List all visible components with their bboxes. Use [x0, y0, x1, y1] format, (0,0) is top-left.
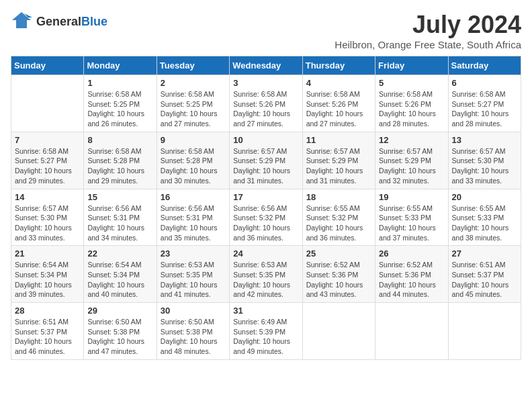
calendar-cell: 21Sunrise: 6:54 AMSunset: 5:34 PMDayligh…	[11, 246, 84, 303]
day-number: 6	[452, 78, 517, 88]
calendar-cell: 20Sunrise: 6:55 AMSunset: 5:33 PMDayligh…	[448, 189, 521, 246]
day-info: Sunrise: 6:53 AMSunset: 5:35 PMDaylight:…	[161, 260, 226, 300]
calendar-cell: 23Sunrise: 6:53 AMSunset: 5:35 PMDayligh…	[157, 246, 229, 303]
day-number: 13	[452, 135, 517, 145]
day-info: Sunrise: 6:49 AMSunset: 5:39 PMDaylight:…	[233, 317, 298, 357]
col-friday: Friday	[375, 56, 448, 75]
month-year-title: July 2024	[335, 11, 521, 39]
day-info: Sunrise: 6:58 AMSunset: 5:26 PMDaylight:…	[306, 89, 371, 129]
calendar-cell: 14Sunrise: 6:57 AMSunset: 5:30 PMDayligh…	[11, 189, 84, 246]
svg-marker-0	[12, 12, 31, 28]
page-header: GeneralBlue July 2024 Heilbron, Orange F…	[11, 11, 521, 50]
calendar-cell: 9Sunrise: 6:58 AMSunset: 5:28 PMDaylight…	[157, 132, 229, 189]
day-info: Sunrise: 6:57 AMSunset: 5:29 PMDaylight:…	[379, 146, 444, 186]
location-subtitle: Heilbron, Orange Free State, South Afric…	[335, 39, 521, 50]
calendar-week-row: 1Sunrise: 6:58 AMSunset: 5:25 PMDaylight…	[11, 75, 521, 132]
calendar-cell: 3Sunrise: 6:58 AMSunset: 5:26 PMDaylight…	[230, 75, 302, 132]
day-info: Sunrise: 6:58 AMSunset: 5:27 PMDaylight:…	[452, 89, 517, 129]
day-info: Sunrise: 6:54 AMSunset: 5:34 PMDaylight:…	[87, 260, 152, 300]
col-monday: Monday	[84, 56, 157, 75]
calendar-week-row: 21Sunrise: 6:54 AMSunset: 5:34 PMDayligh…	[11, 246, 521, 303]
day-info: Sunrise: 6:57 AMSunset: 5:29 PMDaylight:…	[233, 146, 298, 186]
calendar-cell: 18Sunrise: 6:55 AMSunset: 5:32 PMDayligh…	[302, 189, 375, 246]
calendar-week-row: 14Sunrise: 6:57 AMSunset: 5:30 PMDayligh…	[11, 189, 521, 246]
calendar-cell: 2Sunrise: 6:58 AMSunset: 5:25 PMDaylight…	[157, 75, 229, 132]
day-number: 4	[306, 78, 371, 88]
day-number: 2	[161, 78, 226, 88]
calendar-header-row: Sunday Monday Tuesday Wednesday Thursday…	[11, 56, 521, 75]
day-number: 17	[233, 192, 298, 202]
day-info: Sunrise: 6:58 AMSunset: 5:26 PMDaylight:…	[233, 89, 298, 129]
calendar-cell: 12Sunrise: 6:57 AMSunset: 5:29 PMDayligh…	[375, 132, 448, 189]
logo-blue: Blue	[81, 15, 107, 28]
calendar-week-row: 28Sunrise: 6:51 AMSunset: 5:37 PMDayligh…	[11, 303, 521, 360]
calendar-cell	[302, 303, 375, 360]
calendar-cell	[11, 75, 84, 132]
calendar-cell: 27Sunrise: 6:51 AMSunset: 5:37 PMDayligh…	[448, 246, 521, 303]
day-number: 26	[379, 248, 444, 259]
day-info: Sunrise: 6:55 AMSunset: 5:32 PMDaylight:…	[306, 203, 371, 243]
day-number: 7	[15, 135, 80, 145]
day-info: Sunrise: 6:58 AMSunset: 5:28 PMDaylight:…	[161, 146, 226, 186]
day-info: Sunrise: 6:51 AMSunset: 5:37 PMDaylight:…	[15, 317, 80, 357]
day-info: Sunrise: 6:50 AMSunset: 5:38 PMDaylight:…	[87, 317, 152, 357]
day-number: 18	[306, 192, 371, 202]
calendar-cell: 25Sunrise: 6:52 AMSunset: 5:36 PMDayligh…	[302, 246, 375, 303]
calendar-cell: 4Sunrise: 6:58 AMSunset: 5:26 PMDaylight…	[302, 75, 375, 132]
day-number: 12	[379, 135, 444, 145]
day-number: 5	[379, 78, 444, 88]
calendar-cell	[448, 303, 521, 360]
day-number: 25	[306, 248, 371, 259]
day-number: 29	[87, 306, 152, 316]
day-info: Sunrise: 6:50 AMSunset: 5:38 PMDaylight:…	[161, 317, 226, 357]
day-number: 28	[15, 306, 80, 316]
title-area: July 2024 Heilbron, Orange Free State, S…	[335, 11, 521, 50]
day-number: 14	[15, 192, 80, 202]
col-thursday: Thursday	[302, 56, 375, 75]
day-number: 20	[452, 192, 517, 202]
day-number: 11	[306, 135, 371, 145]
calendar-cell: 10Sunrise: 6:57 AMSunset: 5:29 PMDayligh…	[230, 132, 302, 189]
col-wednesday: Wednesday	[230, 56, 302, 75]
calendar-cell: 26Sunrise: 6:52 AMSunset: 5:36 PMDayligh…	[375, 246, 448, 303]
day-info: Sunrise: 6:55 AMSunset: 5:33 PMDaylight:…	[452, 203, 517, 243]
day-info: Sunrise: 6:55 AMSunset: 5:33 PMDaylight:…	[379, 203, 444, 243]
day-info: Sunrise: 6:57 AMSunset: 5:30 PMDaylight:…	[15, 203, 80, 243]
day-info: Sunrise: 6:54 AMSunset: 5:34 PMDaylight:…	[15, 260, 80, 300]
day-number: 30	[161, 306, 226, 316]
calendar-cell: 22Sunrise: 6:54 AMSunset: 5:34 PMDayligh…	[84, 246, 157, 303]
day-info: Sunrise: 6:58 AMSunset: 5:26 PMDaylight:…	[379, 89, 444, 129]
calendar-cell: 15Sunrise: 6:56 AMSunset: 5:31 PMDayligh…	[84, 189, 157, 246]
day-number: 16	[161, 192, 226, 202]
day-number: 8	[87, 135, 152, 145]
calendar-cell: 28Sunrise: 6:51 AMSunset: 5:37 PMDayligh…	[11, 303, 84, 360]
day-number: 31	[233, 306, 298, 316]
day-info: Sunrise: 6:56 AMSunset: 5:31 PMDaylight:…	[161, 203, 226, 243]
logo-general: General	[36, 15, 81, 28]
calendar-week-row: 7Sunrise: 6:58 AMSunset: 5:27 PMDaylight…	[11, 132, 521, 189]
calendar-cell: 11Sunrise: 6:57 AMSunset: 5:29 PMDayligh…	[302, 132, 375, 189]
day-info: Sunrise: 6:58 AMSunset: 5:27 PMDaylight:…	[15, 146, 80, 186]
day-info: Sunrise: 6:58 AMSunset: 5:28 PMDaylight:…	[87, 146, 152, 186]
day-number: 9	[161, 135, 226, 145]
calendar-cell: 24Sunrise: 6:53 AMSunset: 5:35 PMDayligh…	[230, 246, 302, 303]
calendar-cell: 1Sunrise: 6:58 AMSunset: 5:25 PMDaylight…	[84, 75, 157, 132]
calendar-cell	[375, 303, 448, 360]
calendar-cell: 29Sunrise: 6:50 AMSunset: 5:38 PMDayligh…	[84, 303, 157, 360]
calendar-cell: 31Sunrise: 6:49 AMSunset: 5:39 PMDayligh…	[230, 303, 302, 360]
calendar-cell: 17Sunrise: 6:56 AMSunset: 5:32 PMDayligh…	[230, 189, 302, 246]
day-number: 1	[87, 78, 152, 88]
calendar-cell: 16Sunrise: 6:56 AMSunset: 5:31 PMDayligh…	[157, 189, 229, 246]
col-tuesday: Tuesday	[157, 56, 229, 75]
day-number: 22	[87, 248, 152, 259]
day-info: Sunrise: 6:56 AMSunset: 5:32 PMDaylight:…	[233, 203, 298, 243]
col-sunday: Sunday	[11, 56, 84, 75]
calendar-cell: 8Sunrise: 6:58 AMSunset: 5:28 PMDaylight…	[84, 132, 157, 189]
calendar-cell: 5Sunrise: 6:58 AMSunset: 5:26 PMDaylight…	[375, 75, 448, 132]
day-info: Sunrise: 6:53 AMSunset: 5:35 PMDaylight:…	[233, 260, 298, 300]
day-info: Sunrise: 6:52 AMSunset: 5:36 PMDaylight:…	[306, 260, 371, 300]
day-info: Sunrise: 6:56 AMSunset: 5:31 PMDaylight:…	[87, 203, 152, 243]
day-number: 27	[452, 248, 517, 259]
day-info: Sunrise: 6:52 AMSunset: 5:36 PMDaylight:…	[379, 260, 444, 300]
day-info: Sunrise: 6:57 AMSunset: 5:29 PMDaylight:…	[306, 146, 371, 186]
